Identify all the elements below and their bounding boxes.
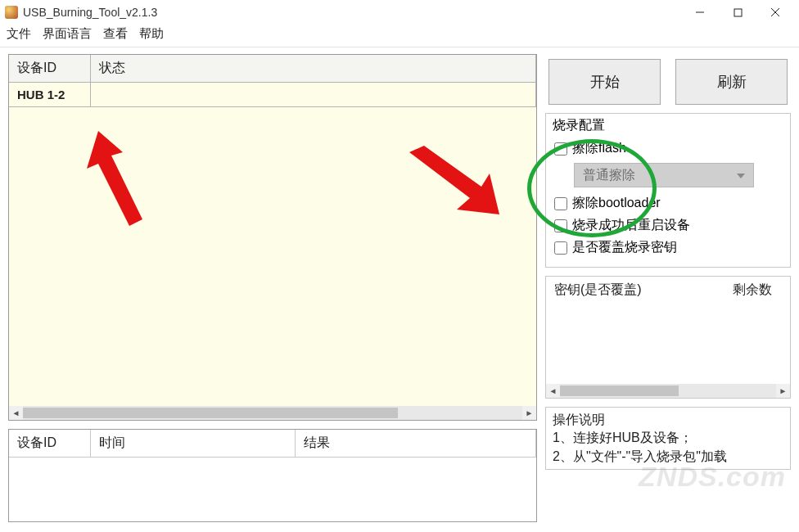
device-header-id[interactable]: 设备ID [9,55,91,83]
log-table: 设备ID 时间 结果 [8,429,537,522]
instructions-panel: 操作说明 1、连接好HUB及设备； 2、从"文件"-"导入烧录包"加载 [545,407,791,470]
erase-flash-checkbox[interactable] [554,142,567,156]
device-table-body [9,107,536,406]
erase-flash-label: 擦除flash [572,140,626,157]
maximize-button[interactable] [719,1,756,24]
device-row-status [91,83,536,107]
key-header-remain[interactable]: 剩余数 [725,277,790,304]
device-header-status[interactable]: 状态 [91,55,536,83]
erase-mode-select[interactable]: 普通擦除 [574,163,754,187]
menu-help[interactable]: 帮助 [139,26,164,42]
config-title: 烧录配置 [553,117,783,134]
device-row-id: HUB 1-2 [9,83,91,107]
overwrite-key-label: 是否覆盖烧录密钥 [572,239,677,256]
menu-view[interactable]: 查看 [103,26,128,42]
minimize-button[interactable] [681,1,719,24]
reboot-after-checkbox[interactable] [554,219,567,232]
refresh-button[interactable]: 刷新 [675,59,788,105]
key-table-body [546,304,790,384]
close-button[interactable] [756,1,794,24]
log-header-id[interactable]: 设备ID [9,430,91,458]
instructions-title: 操作说明 [553,411,783,429]
svg-rect-1 [734,9,742,16]
menu-file[interactable]: 文件 [7,26,31,42]
start-button[interactable]: 开始 [548,59,661,105]
scroll-right-icon[interactable]: ► [776,384,790,398]
key-table: 密钥(是否覆盖) 剩余数 ◄ ► [545,276,791,399]
scroll-left-icon[interactable]: ◄ [546,384,560,398]
log-header-time[interactable]: 时间 [91,430,296,458]
erase-mode-value: 普通擦除 [583,167,635,184]
burn-config-panel: 烧录配置 擦除flash 普通擦除 擦除bootloader 烧录成功后重启设备 [545,113,791,268]
device-table: 设备ID 状态 HUB 1-2 ◄ ► [8,54,537,421]
scrollbar-thumb[interactable] [23,408,398,418]
key-hscrollbar[interactable]: ◄ ► [546,384,790,398]
reboot-after-label: 烧录成功后重启设备 [572,217,690,234]
window-title: USB_Burning_Tool_v2.1.3 [23,6,681,19]
window-titlebar: USB_Burning_Tool_v2.1.3 [0,0,799,25]
log-header-result[interactable]: 结果 [296,430,536,458]
device-hscrollbar[interactable]: ◄ ► [9,406,536,420]
instructions-line2: 2、从"文件"-"导入烧录包"加载 [553,448,783,466]
menu-bar: 文件 界面语言 查看 帮助 [0,25,799,47]
key-header-key[interactable]: 密钥(是否覆盖) [546,277,725,304]
scroll-left-icon[interactable]: ◄ [9,406,23,420]
scrollbar-thumb[interactable] [560,385,679,396]
erase-bootloader-label: 擦除bootloader [572,195,661,212]
instructions-line1: 1、连接好HUB及设备； [553,429,783,447]
overwrite-key-checkbox[interactable] [554,241,567,255]
table-row[interactable]: HUB 1-2 [9,83,536,107]
scroll-right-icon[interactable]: ► [522,406,536,420]
erase-bootloader-checkbox[interactable] [554,197,567,210]
menu-language[interactable]: 界面语言 [43,26,92,42]
app-icon [5,6,18,19]
